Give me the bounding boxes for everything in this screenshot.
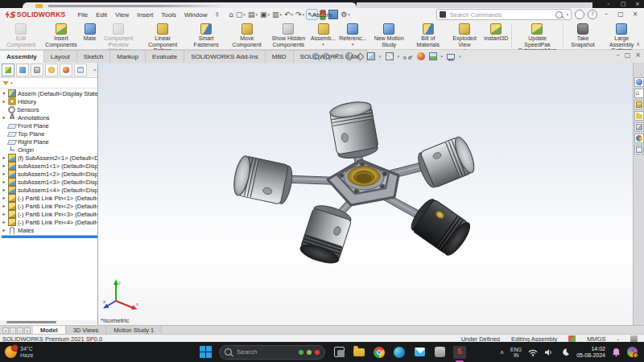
wifi-icon[interactable] <box>528 348 538 356</box>
expand-arrow-icon[interactable]: ▸ <box>2 202 6 210</box>
tree-item-subassem2-1[interactable]: ▸ (f) SubAssem2<1> (Default<Disp <box>2 154 97 162</box>
edit-appearance-button[interactable] <box>328 10 339 19</box>
volume-icon[interactable] <box>544 348 554 356</box>
tree-item-subassem1-3[interactable]: ▸ subAssem1<3> (Default<Display <box>2 178 97 186</box>
menu-edit[interactable]: Edit <box>92 11 111 19</box>
display-style-icon[interactable] <box>386 52 394 60</box>
dropdown-caret-icon[interactable]: ▾ <box>352 43 354 46</box>
open-button[interactable]: ▤▾ <box>247 10 258 19</box>
pin-menu-icon[interactable]: ✎ <box>213 10 221 19</box>
tree-item-sensors[interactable]: ▸ Sensors <box>2 105 97 113</box>
expand-arrow-icon[interactable]: ▾ <box>2 89 6 97</box>
dropdown-caret-icon[interactable]: ▾ <box>322 43 324 46</box>
ribbon-button-mate[interactable]: Mate <box>82 22 98 49</box>
file-explorer-button[interactable] <box>353 346 365 359</box>
menu-window[interactable]: Window <box>180 11 211 19</box>
next-tab-icon[interactable]: › <box>17 327 23 334</box>
bg-minimize-icon[interactable]: – <box>602 0 615 8</box>
prev-tab-icon[interactable]: ‹ <box>10 327 16 334</box>
redo-button[interactable]: ↷▾ <box>295 10 305 19</box>
ribbon-button-smart-fasteners[interactable]: Smart Fasteners <box>186 22 226 49</box>
appearances-scenes-icon[interactable] <box>634 134 644 143</box>
view-orientation-icon[interactable] <box>367 52 375 60</box>
previous-view-icon[interactable]: ↶ <box>333 52 341 60</box>
menu-tools[interactable]: Tools <box>157 11 180 19</box>
hidden-icons-chevron[interactable]: ∧ <box>500 349 504 356</box>
close-icon[interactable]: × <box>630 10 641 19</box>
file-explorer-pane-icon[interactable] <box>634 111 644 121</box>
rollback-bar[interactable] <box>2 235 97 238</box>
zoom-to-area-icon[interactable] <box>323 53 329 60</box>
tree-item-subassem1-4[interactable]: ▸ subAssem1<4> (Default<Display <box>2 186 97 194</box>
mail-button[interactable] <box>413 346 426 359</box>
weather-widget[interactable]: 34°C Haze <box>0 346 93 359</box>
expand-arrow-icon[interactable]: ▸ <box>2 226 6 234</box>
hide-show-items-icon[interactable] <box>403 56 407 60</box>
microsoft-365-icon[interactable] <box>627 347 638 357</box>
cam-manager-tab[interactable] <box>74 64 87 76</box>
expand-arrow-icon[interactable]: ▸ <box>2 170 6 178</box>
select-tool-button[interactable]: ↖▾ <box>306 9 318 20</box>
search-caret-icon[interactable]: ▾ <box>566 12 568 17</box>
tab-evaluate[interactable]: Evaluate <box>146 50 184 63</box>
start-button[interactable] <box>200 346 212 358</box>
user-account-icon[interactable] <box>575 10 584 19</box>
apply-scene-icon[interactable] <box>429 52 437 60</box>
ribbon-button-take-snapshot[interactable]: Take Snapshot <box>565 22 601 49</box>
tab-mbd[interactable]: MBD <box>266 50 294 63</box>
graphics-viewport[interactable]: x y z *Isometric <box>98 63 633 325</box>
expand-arrow-icon[interactable]: ▸ <box>2 178 6 186</box>
tree-item-subassem1-2[interactable]: ▸ subAssem1<2> (Default<Display <box>2 170 97 178</box>
ribbon-button-assembly-features[interactable]: Assemb... ▾ <box>309 22 337 49</box>
expand-arrow-icon[interactable]: ▸ <box>2 154 6 162</box>
caret-icon[interactable]: ▾ <box>379 54 382 59</box>
filter-icon[interactable] <box>2 81 9 85</box>
minimize-icon[interactable]: – <box>601 10 612 19</box>
new-document-button[interactable]: ▢▾ <box>235 10 246 19</box>
ribbon-button-show-hidden-components[interactable]: Show Hidden Components <box>267 22 309 49</box>
ribbon-collapse-icon[interactable]: ∧ <box>636 41 640 47</box>
caret-icon[interactable]: ▾ <box>398 54 400 59</box>
piston-upper-right[interactable] <box>415 134 478 190</box>
ribbon-button-move-component[interactable]: Move Component ▾ <box>226 22 268 49</box>
tree-item-part6-link-pin-1[interactable]: ▸ (-) Part6 Link Pin<1> (Default<<D <box>2 194 97 202</box>
view-palette-icon[interactable] <box>634 122 644 132</box>
scrollbar-thumb[interactable] <box>6 321 56 323</box>
help-icon[interactable]: ? <box>588 10 597 19</box>
menu-file[interactable]: File <box>73 11 92 19</box>
dimxpert-manager-tab[interactable] <box>45 64 58 76</box>
display-manager-tab[interactable] <box>60 64 72 76</box>
tree-item-annotations[interactable]: ▸ Annotations <box>2 113 97 121</box>
design-library-icon[interactable] <box>634 100 644 109</box>
task-view-button[interactable] <box>332 346 345 359</box>
tab-sketch[interactable]: Sketch <box>77 50 110 63</box>
caret-icon[interactable]: ▾ <box>411 54 413 59</box>
tab-solidworks-add-ins[interactable]: SOLIDWORKS Add-Ins <box>184 50 266 63</box>
doc-restore-icon[interactable]: ▢ <box>625 51 631 59</box>
search-commands-box[interactable]: ▾ <box>436 9 572 20</box>
search-icon[interactable] <box>555 11 563 19</box>
clock-widget[interactable]: 14:02 05-08-2024 <box>576 346 605 359</box>
assembly-model[interactable] <box>98 63 633 325</box>
save-button[interactable]: ▣▾ <box>259 10 270 19</box>
tree-item-part6-link-pin-2[interactable]: ▸ (-) Part6 Link Pin<2> (Default<<D <box>2 202 97 210</box>
tree-item-front-plane[interactable]: ▸ Front Plane <box>2 121 97 130</box>
edge-button[interactable] <box>393 346 406 359</box>
solidworks-resources-icon[interactable] <box>634 77 644 87</box>
tab-layout[interactable]: Layout <box>44 50 77 63</box>
tree-item-subassem1-1[interactable]: ▸ subAssem1<1> (Default<Display <box>2 162 97 170</box>
first-tab-icon[interactable]: « <box>2 327 9 334</box>
tree-item-part6-link-pin-3[interactable]: ▸ (-) Part6 Link Pin<3> (Default<<D <box>2 210 97 218</box>
expand-arrow-icon[interactable]: ▸ <box>2 113 6 121</box>
edit-appearance-icon[interactable] <box>417 52 425 60</box>
quick-tips-icon[interactable] <box>630 335 638 342</box>
tree-item-origin[interactable]: ▸ Origin <box>2 146 97 154</box>
custom-properties-icon[interactable] <box>634 145 644 154</box>
caret-icon[interactable]: ▾ <box>441 54 444 59</box>
tree-item-right-plane[interactable]: ▸ Right Plane <box>2 138 97 146</box>
tree-item-mates[interactable]: ▸ Mates <box>2 226 97 234</box>
ribbon-button-new-motion-study[interactable]: New Motion Study <box>368 22 410 49</box>
doc-minimize-icon[interactable]: – <box>617 51 620 59</box>
undo-button[interactable]: ↶▾ <box>283 10 294 19</box>
ribbon-button-update-speedpak[interactable]: Update SpeedPak Subassemblies <box>514 22 561 49</box>
